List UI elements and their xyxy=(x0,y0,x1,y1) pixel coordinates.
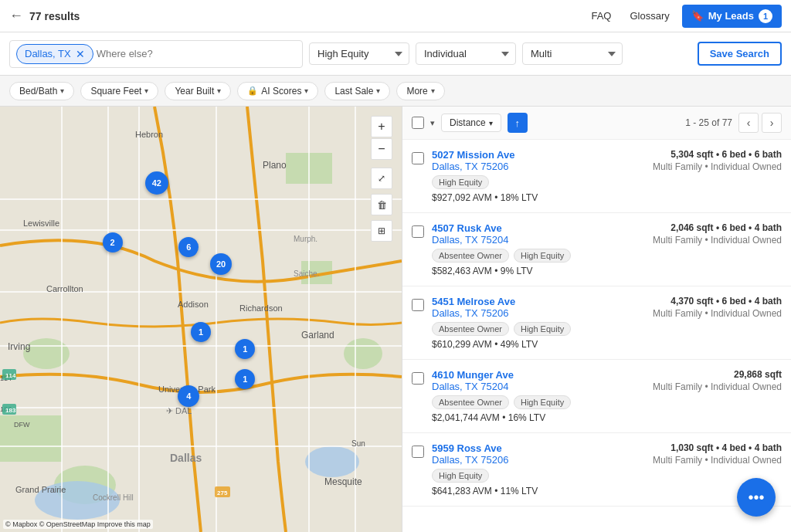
more-options-icon: ••• xyxy=(748,489,764,507)
next-page-button[interactable]: › xyxy=(762,113,782,133)
fullscreen-button[interactable]: ⤢ xyxy=(371,168,392,189)
svg-rect-6 xyxy=(0,415,62,462)
map-marker[interactable]: 42 xyxy=(145,171,168,195)
property-tag: High Equity xyxy=(514,395,571,409)
svg-text:Richardson: Richardson xyxy=(239,303,283,313)
remove-location-button[interactable]: ✕ xyxy=(76,48,85,60)
dropdown-arrow-icon[interactable]: ▾ xyxy=(430,118,435,128)
chevron-down-icon: ▾ xyxy=(431,86,435,95)
property-city-state[interactable]: Dallas, TX 75204 xyxy=(432,381,645,392)
trash-button[interactable]: 🗑 xyxy=(371,194,392,215)
sort-distance-button[interactable]: Distance ▾ xyxy=(441,114,501,132)
svg-text:Irving: Irving xyxy=(8,341,30,352)
zoom-in-button[interactable]: + xyxy=(371,116,392,137)
property-sqft-beds-baths: 2,046 sqft • 6 bed • 4 bath xyxy=(653,222,782,233)
property-checkbox[interactable] xyxy=(412,152,424,164)
year-built-filter[interactable]: Year Built ▾ xyxy=(165,82,231,100)
select-all-checkbox[interactable] xyxy=(412,117,424,129)
map-marker[interactable]: 6 xyxy=(178,237,199,257)
back-button[interactable]: ← xyxy=(9,8,23,24)
property-checkbox[interactable] xyxy=(412,372,424,385)
map-marker[interactable]: 1 xyxy=(235,369,255,389)
property-type-select[interactable]: Multi xyxy=(522,42,623,65)
property-address[interactable]: 5027 Mission Ave xyxy=(432,149,645,161)
svg-text:114: 114 xyxy=(5,372,16,379)
svg-text:Grand Prairie: Grand Prairie xyxy=(15,485,66,494)
property-details: 5,304 sqft • 6 bed • 6 bath Multi Family… xyxy=(653,149,782,172)
equity-select[interactable]: High Equity xyxy=(309,42,409,65)
property-address[interactable]: 4507 Rusk Ave xyxy=(432,222,645,234)
property-address[interactable]: 4610 Munger Ave xyxy=(432,369,645,381)
svg-text:Hebron: Hebron xyxy=(135,130,163,139)
property-city-state[interactable]: Dallas, TX 75206 xyxy=(432,454,645,466)
bed-bath-label: Bed/Bath xyxy=(19,86,57,97)
property-tag: High Equity xyxy=(514,249,571,263)
search-input-wrap: Dallas, TX ✕ xyxy=(9,40,303,68)
more-filter[interactable]: More ▾ xyxy=(396,82,444,100)
zoom-out-button[interactable]: − xyxy=(371,138,392,160)
prev-page-button[interactable]: ‹ xyxy=(738,113,759,133)
svg-text:✈ DAL: ✈ DAL xyxy=(166,406,192,415)
map-container[interactable]: Lewisville Hebron Plano Murph. Saiche. C… xyxy=(0,107,402,532)
svg-text:Cockrell Hill: Cockrell Hill xyxy=(93,493,134,502)
property-info: 4507 Rusk Ave Dallas, TX 75204 Absentee … xyxy=(432,222,645,276)
filter-bar: Dallas, TX ✕ High Equity Individual Mult… xyxy=(0,32,791,76)
property-sqft-beds-baths: 4,370 sqft • 6 bed • 4 bath xyxy=(653,296,782,307)
svg-text:DFW: DFW xyxy=(14,421,30,429)
glossary-button[interactable]: Glossary xyxy=(623,7,675,25)
property-tags: High Equity xyxy=(432,469,645,483)
ownership-type-select[interactable]: Individual xyxy=(416,42,516,65)
property-city-state[interactable]: Dallas, TX 75206 xyxy=(432,161,645,172)
svg-text:183: 183 xyxy=(5,407,16,414)
property-card: 4610 Munger Ave Dallas, TX 75204 Absente… xyxy=(402,360,791,433)
property-details: 29,868 sqft Multi Family • Individual Ow… xyxy=(653,369,782,392)
chevron-down-icon: ▾ xyxy=(60,86,64,95)
property-checkbox[interactable] xyxy=(412,446,424,458)
last-sale-filter[interactable]: Last Sale ▾ xyxy=(324,82,390,100)
faq-button[interactable]: FAQ xyxy=(585,7,617,25)
property-card: 5959 Ross Ave Dallas, TX 75206 High Equi… xyxy=(402,433,791,507)
svg-text:Garland: Garland xyxy=(301,330,334,341)
property-avm: $2,041,744 AVM • 16% LTV xyxy=(432,412,645,423)
sort-direction-button[interactable]: ↑ xyxy=(508,113,528,133)
svg-text:Addison: Addison xyxy=(178,300,209,309)
property-checkbox[interactable] xyxy=(412,299,424,311)
my-leads-button[interactable]: 🔖 My Leads 1 xyxy=(682,5,782,28)
square-feet-filter[interactable]: Square Feet ▾ xyxy=(80,82,158,100)
lock-icon: 🔒 xyxy=(247,86,258,96)
bed-bath-filter[interactable]: Bed/Bath ▾ xyxy=(9,82,74,100)
property-city-state[interactable]: Dallas, TX 75204 xyxy=(432,234,645,246)
property-address[interactable]: 5959 Ross Ave xyxy=(432,442,645,454)
property-checkbox[interactable] xyxy=(412,225,424,238)
property-list: 5027 Mission Ave Dallas, TX 75206 High E… xyxy=(402,140,791,507)
property-tags: Absentee OwnerHigh Equity xyxy=(432,249,645,263)
layers-button[interactable]: ⊞ xyxy=(371,220,392,242)
map-marker[interactable]: 1 xyxy=(191,322,211,342)
map-marker[interactable]: 20 xyxy=(210,253,232,275)
property-info: 5959 Ross Ave Dallas, TX 75206 High Equi… xyxy=(432,442,645,496)
property-type: Multi Family • Individual Owned xyxy=(653,381,782,392)
floating-action-button[interactable]: ••• xyxy=(737,478,776,517)
chevron-down-icon: ▾ xyxy=(144,86,148,95)
save-search-button[interactable]: Save Search xyxy=(698,42,782,66)
leads-badge: 1 xyxy=(759,9,772,23)
svg-text:275: 275 xyxy=(217,490,228,496)
map-marker[interactable]: 4 xyxy=(178,385,199,407)
svg-text:Murph.: Murph. xyxy=(294,235,317,243)
map-marker[interactable]: 1 xyxy=(235,339,255,359)
ai-scores-filter[interactable]: 🔒 AI Scores ▾ xyxy=(237,82,318,100)
chevron-down-icon: ▾ xyxy=(304,86,308,95)
svg-text:Plano: Plano xyxy=(263,160,287,171)
where-else-input[interactable] xyxy=(93,45,296,63)
property-details: 2,046 sqft • 6 bed • 4 bath Multi Family… xyxy=(653,222,782,246)
svg-text:Mesquite: Mesquite xyxy=(324,476,362,487)
svg-text:Dallas: Dallas xyxy=(170,452,202,464)
property-sqft-beds-baths: 5,304 sqft • 6 bed • 6 bath xyxy=(653,149,782,160)
property-address[interactable]: 5451 Melrose Ave xyxy=(432,296,645,307)
map-marker[interactable]: 2 xyxy=(103,232,123,252)
svg-text:Sun: Sun xyxy=(351,439,365,448)
chevron-down-icon: ▾ xyxy=(376,86,380,95)
property-sqft-beds-baths: 29,868 sqft xyxy=(653,369,782,380)
property-info: 5451 Melrose Ave Dallas, TX 75206 Absent… xyxy=(432,296,645,350)
property-city-state[interactable]: Dallas, TX 75206 xyxy=(432,307,645,319)
